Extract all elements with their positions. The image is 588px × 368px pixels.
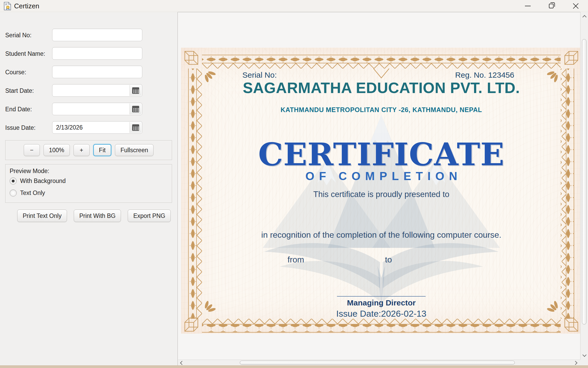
fullscreen-button[interactable]: Fullscreen bbox=[115, 144, 154, 156]
certificate-preview: Serial No: Reg. No. 123456 SAGARMATHA ED… bbox=[181, 48, 581, 334]
cert-presented-line: This certificate is proudly presented to bbox=[181, 190, 581, 199]
cert-serial-label: Serial No: bbox=[242, 71, 277, 79]
end-date-picker-button[interactable] bbox=[130, 103, 142, 114]
radio-with-background[interactable]: With Background bbox=[10, 177, 66, 185]
close-icon bbox=[573, 3, 579, 9]
action-button-row: Print Text Only Print With BG Export PNG bbox=[0, 210, 178, 222]
minimize-button[interactable] bbox=[519, 0, 536, 12]
zoom-level-button[interactable]: 100% bbox=[44, 144, 70, 156]
horizontal-scrollbar[interactable] bbox=[178, 360, 580, 365]
scroll-right-button[interactable] bbox=[571, 360, 579, 366]
title-bar: Certizen bbox=[0, 0, 588, 12]
vertical-scrollbar[interactable] bbox=[580, 12, 588, 360]
issue-date-picker-button[interactable] bbox=[130, 122, 142, 133]
chevron-down-icon bbox=[582, 353, 586, 357]
start-date-row: Start Date: bbox=[5, 84, 172, 97]
cert-issue-date-line: Issue Date:2026-02-13 bbox=[181, 309, 581, 319]
student-name-label: Student Name: bbox=[5, 50, 45, 57]
horizontal-scrollbar-thumb[interactable] bbox=[240, 361, 515, 365]
issue-date-row: Issue Date: bbox=[5, 121, 172, 134]
chevron-left-icon bbox=[180, 361, 184, 365]
window-bottom-edge bbox=[0, 365, 588, 368]
student-name-row: Student Name: bbox=[5, 47, 172, 60]
zoom-toolbar: − 100% + Fit Fullscreen bbox=[5, 140, 172, 160]
cert-reg-no: Reg. No. 123456 bbox=[455, 71, 514, 79]
print-with-bg-button[interactable]: Print With BG bbox=[74, 210, 121, 222]
serial-no-label: Serial No: bbox=[5, 32, 32, 39]
radio-with-background-label: With Background bbox=[20, 177, 66, 185]
start-date-picker-button[interactable] bbox=[130, 85, 142, 96]
cert-title: CERTIFICATE bbox=[181, 136, 581, 173]
chevron-right-icon bbox=[573, 361, 577, 365]
signature-line bbox=[337, 296, 426, 297]
cert-recognition-line: in recognition of the completion of the … bbox=[181, 230, 581, 240]
form-panel: Serial No: Student Name: Course: Start D… bbox=[0, 12, 178, 365]
restore-icon bbox=[549, 4, 554, 8]
zoom-in-button[interactable]: + bbox=[74, 144, 90, 156]
print-text-only-button[interactable]: Print Text Only bbox=[17, 210, 67, 222]
end-date-row: End Date: bbox=[5, 103, 172, 116]
certificate-document-icon bbox=[4, 2, 11, 10]
serial-no-input[interactable] bbox=[52, 29, 142, 41]
radio-text-only[interactable]: Text Only bbox=[10, 189, 45, 197]
minimize-icon bbox=[525, 6, 531, 6]
cert-signatory-title: Managing Director bbox=[181, 298, 581, 307]
end-date-input[interactable] bbox=[52, 103, 142, 115]
start-date-input[interactable] bbox=[52, 84, 142, 97]
end-date-label: End Date: bbox=[5, 106, 32, 113]
cert-from-label: from bbox=[287, 255, 304, 265]
serial-no-row: Serial No: bbox=[5, 29, 172, 42]
course-row: Course: bbox=[5, 66, 172, 79]
radio-text-only-label: Text Only bbox=[20, 189, 45, 197]
calendar-icon bbox=[132, 87, 139, 94]
preview-mode-label: Preview Mode: bbox=[10, 168, 49, 175]
scroll-down-button[interactable] bbox=[580, 351, 588, 359]
calendar-icon bbox=[132, 106, 139, 112]
course-input[interactable] bbox=[52, 66, 142, 78]
issue-date-label: Issue Date: bbox=[5, 124, 35, 131]
restore-button[interactable] bbox=[543, 0, 560, 12]
scroll-left-button[interactable] bbox=[178, 360, 186, 366]
certizen-window: Certizen Serial No: Student Name: Course… bbox=[0, 0, 588, 368]
radio-selected-icon bbox=[10, 177, 17, 185]
cert-subtitle: OF COMPLETION bbox=[181, 170, 581, 183]
calendar-icon bbox=[132, 124, 139, 131]
cert-organization-name: SAGARMATHA EDUCATION PVT. LTD. bbox=[181, 79, 581, 96]
window-title: Certizen bbox=[14, 2, 39, 10]
close-button[interactable] bbox=[567, 0, 584, 12]
zoom-out-button[interactable]: − bbox=[24, 144, 40, 156]
start-date-label: Start Date: bbox=[5, 87, 34, 94]
issue-date-input[interactable] bbox=[52, 121, 142, 134]
fit-button[interactable]: Fit bbox=[93, 144, 112, 156]
chevron-up-icon bbox=[582, 15, 586, 19]
cert-to-label: to bbox=[385, 255, 392, 265]
scroll-up-button[interactable] bbox=[580, 13, 588, 21]
course-label: Course: bbox=[5, 69, 26, 76]
radio-unselected-icon bbox=[10, 189, 17, 197]
export-png-button[interactable]: Export PNG bbox=[128, 210, 171, 222]
vertical-scrollbar-thumb[interactable] bbox=[582, 39, 586, 324]
preview-mode-group: Preview Mode: With Background Text Only bbox=[5, 164, 172, 203]
cert-address: KATHMANDU METROPOLITAN CITY -26, KATHMAN… bbox=[181, 106, 581, 114]
student-name-input[interactable] bbox=[52, 47, 142, 60]
scrollbar-corner bbox=[580, 360, 588, 365]
